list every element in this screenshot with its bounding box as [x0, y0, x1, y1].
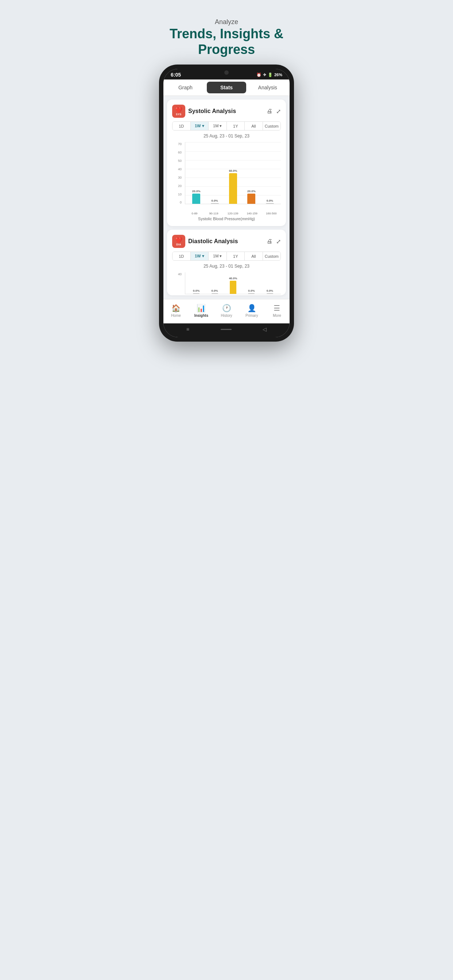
y-label-60: 60 — [172, 151, 183, 154]
filter-all[interactable]: All — [245, 122, 263, 130]
y-label-70: 70 — [172, 142, 183, 146]
bar-rect-0-89 — [192, 194, 200, 204]
bar-rect-90-119 — [211, 203, 219, 204]
airplane-icon: ✈ — [263, 73, 266, 77]
expand-icon[interactable]: ⤢ — [276, 108, 281, 115]
x-label-90-119: 90-119 — [204, 212, 223, 215]
filter-1w[interactable]: 1W ▾ — [191, 122, 209, 130]
phone-device: 6:05 ⏰ ✈ 🔋 26% Graph Stats Analysis — [159, 65, 294, 342]
dia-badge-label: DIA — [176, 243, 181, 246]
bar-rect-140-159 — [247, 194, 255, 204]
tab-analysis[interactable]: Analysis — [248, 82, 287, 93]
x-label-120-139: 120-139 — [223, 212, 242, 215]
dia-bar-2: 0.0% — [205, 274, 223, 294]
nav-insights-label: Insights — [195, 313, 208, 318]
bar-120-139: 60.0% — [224, 146, 242, 204]
nav-history-label: History — [221, 313, 232, 318]
systolic-time-filters: 1D 1W ▾ 1M ▾ 1Y All Custom — [172, 121, 281, 130]
nav-home[interactable]: 🏠 Home — [163, 302, 188, 319]
bar-value-140-159: 20.0% — [247, 189, 256, 193]
dia-bar-4: 0.0% — [242, 274, 260, 294]
y-label-30: 30 — [172, 176, 183, 180]
y-label-50: 50 — [172, 159, 183, 162]
dia-bar-val-1: 0.0% — [193, 289, 199, 293]
dia-bar-1: 0.0% — [187, 274, 205, 294]
systolic-card-title: Systolic Analysis — [188, 108, 236, 115]
systolic-chart-footer: Systolic Blood Pressure(mmHg) — [172, 216, 281, 221]
dia-y-40: 40 — [172, 272, 183, 276]
dia-bar-val-4: 0.0% — [248, 289, 255, 293]
dia-bar-val-3: 40.0% — [229, 277, 238, 280]
menu-indicator: ≡ — [187, 326, 189, 332]
systolic-card-header: ❤️ SYS Systolic Analysis 🖨 ⤢ — [172, 105, 281, 118]
filter-1y[interactable]: 1Y — [227, 122, 245, 130]
dia-filter-1w[interactable]: 1W ▾ — [191, 252, 209, 260]
nav-primary[interactable]: 👤 Primary — [239, 302, 265, 319]
nav-insights[interactable]: 📊 Insights — [188, 302, 214, 319]
insights-icon: 📊 — [196, 304, 206, 312]
more-icon: ☰ — [274, 304, 280, 312]
bar-value-0-89: 20.0% — [192, 189, 201, 193]
dia-heart-icon: ❤️ — [175, 237, 182, 243]
dia-expand-icon[interactable]: ⤢ — [276, 238, 281, 245]
bar-90-119: 0.0% — [205, 146, 223, 204]
status-icons: ⏰ ✈ 🔋 26% — [257, 73, 282, 77]
header-subtitle: Analyze — [170, 18, 283, 26]
diastolic-card: ❤️ DIA Diastolic Analysis 🖨 ⤢ 1D — [167, 230, 286, 295]
bar-value-160-500: 0.0% — [266, 199, 273, 202]
battery-percent: 26% — [274, 73, 282, 77]
bar-0-89: 20.0% — [187, 146, 205, 204]
battery-icon: 🔋 — [268, 73, 273, 77]
y-label-0: 0 — [172, 200, 183, 204]
header-section: Analyze Trends, Insights &Progress — [162, 7, 291, 65]
dia-filter-1y[interactable]: 1Y — [227, 252, 245, 260]
diastolic-bars: 0.0% 0.0% 40.0% — [185, 272, 281, 294]
nav-primary-label: Primary — [246, 313, 258, 318]
top-tab-bar: Graph Stats Analysis — [163, 80, 290, 96]
home-icon: 🏠 — [171, 304, 180, 312]
y-label-20: 20 — [172, 184, 183, 188]
bar-140-159: 20.0% — [242, 146, 260, 204]
nav-home-label: Home — [171, 313, 181, 318]
systolic-date-range: 25 Aug, 23 - 01 Sep, 23 — [172, 134, 281, 138]
sys-heart-icon: ❤️ — [175, 107, 182, 113]
camera-notch — [224, 70, 229, 75]
nav-more[interactable]: ☰ More — [265, 302, 290, 319]
dia-filter-1d[interactable]: 1D — [172, 252, 191, 260]
filter-1m[interactable]: 1M ▾ — [209, 122, 227, 130]
systolic-x-labels: 0-89 90-119 120-139 140-159 160-500 — [185, 212, 281, 215]
dia-rect-4 — [248, 293, 255, 294]
systolic-bars-container: 20.0% 0.0% 60.0% — [185, 142, 281, 204]
dia-rect-2 — [212, 293, 218, 294]
dia-rect-5 — [266, 293, 273, 294]
scroll-content: ❤️ SYS Systolic Analysis 🖨 ⤢ 1D — [163, 96, 290, 299]
bar-rect-160-500 — [266, 203, 274, 204]
sys-badge-label: SYS — [176, 113, 182, 116]
dia-filter-1m[interactable]: 1M ▾ — [209, 252, 227, 260]
phone-screen: 6:05 ⏰ ✈ 🔋 26% Graph Stats Analysis — [163, 69, 290, 337]
diastolic-card-actions: 🖨 ⤢ — [266, 238, 281, 245]
filter-1d[interactable]: 1D — [172, 122, 191, 130]
phone-bottom-bar: ≡ ◁ — [163, 323, 290, 337]
alarm-icon: ⏰ — [257, 73, 262, 77]
diastolic-card-title: Diastolic Analysis — [188, 238, 238, 245]
nav-history[interactable]: 🕐 History — [214, 302, 239, 319]
systolic-chart: 0 10 20 30 40 50 60 70 — [172, 142, 281, 215]
bar-rect-120-139 — [229, 173, 237, 204]
filter-custom[interactable]: Custom — [263, 122, 281, 130]
print-icon[interactable]: 🖨 — [266, 108, 273, 115]
x-label-0-89: 0-89 — [185, 212, 204, 215]
tab-stats[interactable]: Stats — [207, 82, 247, 93]
bar-160-500: 0.0% — [261, 146, 279, 204]
tab-graph[interactable]: Graph — [166, 82, 205, 93]
dia-filter-all[interactable]: All — [245, 252, 263, 260]
diastolic-partial-chart: 40 0.0% 0.0% 40.0 — [172, 272, 281, 294]
y-label-40: 40 — [172, 167, 183, 171]
dia-bar-5: 0.0% — [261, 274, 279, 294]
dia-bar-val-2: 0.0% — [211, 289, 218, 293]
dia-rect-3 — [230, 281, 236, 294]
dia-print-icon[interactable]: 🖨 — [266, 238, 273, 245]
systolic-y-axis: 0 10 20 30 40 50 60 70 — [172, 142, 183, 204]
dia-filter-custom[interactable]: Custom — [263, 252, 281, 260]
y-label-10: 10 — [172, 192, 183, 196]
